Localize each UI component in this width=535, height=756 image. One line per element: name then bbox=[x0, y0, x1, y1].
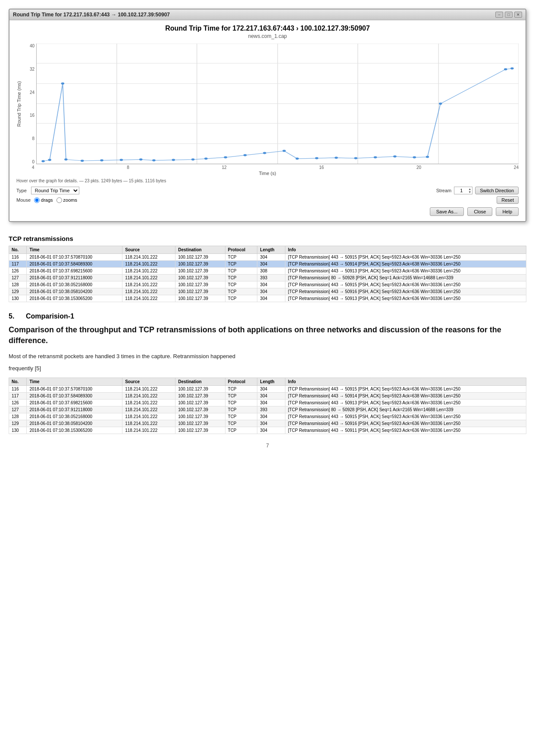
col2-info: Info bbox=[285, 378, 526, 386]
x-tick-12: 12 bbox=[222, 165, 226, 170]
table-row[interactable]: 126 2018-06-01 07:10:37.698215600 118.21… bbox=[9, 400, 526, 406]
col-time: Time bbox=[27, 246, 122, 254]
cell-time: 2018-06-01 07:10:38.058104200 bbox=[27, 288, 122, 295]
table-row[interactable]: 127 2018-06-01 07:10:37.912118000 118.21… bbox=[9, 275, 526, 281]
cell-info: [TCP Retransmission] 443 → 50915 [PSH, A… bbox=[285, 386, 526, 393]
cell-destination: 100.102.127.39 bbox=[175, 386, 225, 393]
cell-protocol: TCP bbox=[225, 420, 257, 427]
table-row[interactable]: 117 2018-06-01 07:10:37.584089300 118.21… bbox=[9, 261, 526, 268]
col2-protocol: Protocol bbox=[225, 378, 257, 386]
drags-label: drags bbox=[41, 197, 53, 203]
cell-destination: 100.102.127.39 bbox=[175, 295, 225, 302]
cell-protocol: TCP bbox=[225, 288, 257, 295]
col-length: Length bbox=[257, 246, 285, 254]
stream-spin-up[interactable]: ▲ bbox=[468, 187, 471, 191]
reset-button[interactable]: Reset bbox=[497, 196, 519, 204]
section-number-title: 5. Comparision-1 bbox=[9, 312, 526, 320]
drags-radio[interactable] bbox=[34, 197, 40, 203]
tcp-table2-body: 116 2018-06-01 07:10:37.570870100 118.21… bbox=[9, 386, 526, 434]
cell-length: 304 bbox=[257, 413, 285, 420]
table-row[interactable]: 129 2018-06-01 07:10:38.058104200 118.21… bbox=[9, 288, 526, 295]
cell-info: [TCP Retransmission] 443 → 50916 [PSH, A… bbox=[285, 288, 526, 295]
cell-no: 128 bbox=[9, 413, 27, 420]
cell-info: [TCP Retransmission] 443 → 50914 [PSH, A… bbox=[285, 261, 526, 268]
cell-protocol: TCP bbox=[225, 427, 257, 434]
table-row[interactable]: 116 2018-06-01 07:10:37.570870100 118.21… bbox=[9, 386, 526, 393]
tcp-retransmissions-table: No. Time Source Destination Protocol Len… bbox=[9, 246, 526, 302]
cell-protocol: TCP bbox=[225, 261, 257, 268]
cell-length: 304 bbox=[257, 427, 285, 434]
cell-time: 2018-06-01 07:10:38.052168000 bbox=[27, 413, 122, 420]
table-row[interactable]: 129 2018-06-01 07:10:38.058104200 118.21… bbox=[9, 420, 526, 427]
cell-protocol: TCP bbox=[225, 268, 257, 275]
stream-spin-arrows: ▲ ▼ bbox=[468, 187, 471, 194]
cell-info: [TCP Retransmission] 443 → 50915 [PSH, A… bbox=[285, 281, 526, 288]
cell-source: 118.214.101.222 bbox=[122, 393, 175, 400]
cell-no: 130 bbox=[9, 427, 27, 434]
save-as-button[interactable]: Save As... bbox=[430, 207, 464, 216]
switch-direction-button[interactable]: Switch Direction bbox=[475, 187, 519, 194]
page-number: 7 bbox=[9, 443, 526, 449]
tcp-table-header-row: No. Time Source Destination Protocol Len… bbox=[9, 246, 526, 254]
stream-spin-down[interactable]: ▼ bbox=[468, 191, 471, 194]
chart-title: Round Trip Time for 172.217.163.67:443 ›… bbox=[16, 25, 519, 32]
zooms-radio[interactable] bbox=[56, 197, 62, 203]
section-title: Comparision-1 bbox=[26, 312, 74, 320]
minimize-button[interactable]: – bbox=[495, 12, 503, 18]
cell-source: 118.214.101.222 bbox=[122, 427, 175, 434]
cell-time: 2018-06-01 07:10:37.584089300 bbox=[27, 261, 122, 268]
cell-protocol: TCP bbox=[225, 254, 257, 261]
cell-no: 116 bbox=[9, 254, 27, 261]
tcp-table2-header: No. Time Source Destination Protocol Len… bbox=[9, 378, 526, 386]
cell-length: 304 bbox=[257, 386, 285, 393]
cell-source: 118.214.101.222 bbox=[122, 400, 175, 406]
table-row[interactable]: 130 2018-06-01 07:10:38.153065200 118.21… bbox=[9, 427, 526, 434]
table-row[interactable]: 128 2018-06-01 07:10:38.052168000 118.21… bbox=[9, 413, 526, 420]
cell-destination: 100.102.127.39 bbox=[175, 427, 225, 434]
close-window-button[interactable]: ✕ bbox=[514, 12, 522, 18]
cell-source: 118.214.101.222 bbox=[122, 386, 175, 393]
maximize-button[interactable]: □ bbox=[505, 12, 513, 18]
col2-no: No. bbox=[9, 378, 27, 386]
x-tick-4: 4 bbox=[32, 165, 34, 170]
cell-info: [TCP Retransmission] 443 → 50914 [PSH, A… bbox=[285, 393, 526, 400]
y-axis-label: Round Trip Time (ms) bbox=[16, 44, 22, 164]
x-tick-24: 24 bbox=[514, 165, 519, 170]
table-row[interactable]: 117 2018-06-01 07:10:37.584089300 118.21… bbox=[9, 393, 526, 400]
cell-no: 130 bbox=[9, 295, 27, 302]
close-button[interactable]: Close bbox=[467, 207, 492, 216]
cell-info: [TCP Retransmission] 443 → 50915 [PSH, A… bbox=[285, 413, 526, 420]
cell-info: [TCP Retransmission] 443 → 50911 [PSH, A… bbox=[285, 427, 526, 434]
x-axis-labels: 4 8 12 16 20 24 bbox=[16, 165, 519, 170]
cell-info: [TCP Retransmission] 443 → 50916 [PSH, A… bbox=[285, 420, 526, 427]
stream-value-input[interactable] bbox=[455, 188, 467, 193]
cell-no: 126 bbox=[9, 400, 27, 406]
x-tick-16: 16 bbox=[319, 165, 324, 170]
cell-protocol: TCP bbox=[225, 393, 257, 400]
col2-destination: Destination bbox=[175, 378, 225, 386]
stream-control: Stream ▲ ▼ Switch Direction bbox=[436, 187, 519, 194]
cell-destination: 100.102.127.39 bbox=[175, 413, 225, 420]
comparison-subheading: Comparison of the throughput and TCP ret… bbox=[9, 325, 526, 346]
drags-radio-label[interactable]: drags bbox=[34, 197, 53, 203]
x-tick-8: 8 bbox=[127, 165, 129, 170]
cell-protocol: TCP bbox=[225, 275, 257, 281]
cell-source: 118.214.101.222 bbox=[122, 261, 175, 268]
help-button[interactable]: Help bbox=[496, 207, 519, 216]
table-row[interactable]: 126 2018-06-01 07:10:37.698215600 118.21… bbox=[9, 268, 526, 275]
col-no: No. bbox=[9, 246, 27, 254]
table-row[interactable]: 127 2018-06-01 07:10:37.912118000 118.21… bbox=[9, 406, 526, 413]
stream-spinbox[interactable]: ▲ ▼ bbox=[454, 187, 472, 194]
type-select[interactable]: Round Trip Time bbox=[31, 187, 79, 194]
cell-info: [TCP Retransmission] 443 → 50915 [PSH, A… bbox=[285, 254, 526, 261]
chart-svg bbox=[36, 44, 519, 164]
zooms-radio-label[interactable]: zooms bbox=[56, 197, 77, 203]
chart-svg-container[interactable] bbox=[36, 44, 519, 164]
col-info: Info bbox=[285, 246, 526, 254]
cell-no: 117 bbox=[9, 393, 27, 400]
table-row[interactable]: 128 2018-06-01 07:10:38.052168000 118.21… bbox=[9, 281, 526, 288]
cell-info: [TCP Retransmission] 443 → 50913 [PSH, A… bbox=[285, 400, 526, 406]
table-row[interactable]: 130 2018-06-01 07:10:38.153065200 118.21… bbox=[9, 295, 526, 302]
table-row[interactable]: 116 2018-06-01 07:10:37.570870100 118.21… bbox=[9, 254, 526, 261]
tcp-retransmissions-heading: TCP retransmissions bbox=[9, 235, 526, 242]
